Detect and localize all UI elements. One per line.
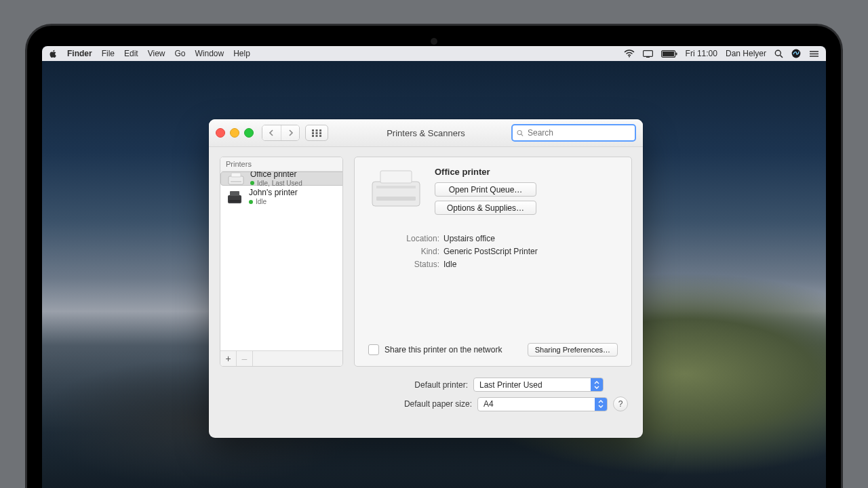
svg-rect-19 [316,135,318,137]
stage: Finder File Edit View Go Window Help Fri… [0,0,868,488]
default-printer-select[interactable]: Last Printer Used [473,378,604,392]
share-label: Share this printer on the network [384,345,502,354]
svg-rect-31 [376,197,416,201]
svg-rect-15 [312,132,314,134]
detail-name: Office printer [435,167,618,177]
siri-icon[interactable] [791,49,801,58]
menubar-user[interactable]: Dan Helyer [726,49,766,58]
svg-rect-1 [643,50,652,56]
share-checkbox[interactable] [368,344,379,355]
minimize-button[interactable] [230,128,239,138]
menubar-app[interactable]: Finder [67,49,92,58]
sidebar-footer: + – [220,350,342,366]
printer-name: John's printer [249,188,298,198]
svg-rect-17 [319,132,321,134]
status-label: Status: [368,260,443,269]
svg-rect-27 [230,191,239,196]
svg-rect-12 [312,129,314,131]
open-queue-button[interactable]: Open Print Queue… [435,182,536,197]
display-icon[interactable] [643,50,653,58]
zoom-button[interactable] [244,128,254,138]
battery-icon[interactable] [661,50,677,58]
svg-rect-16 [316,132,318,134]
kind-label: Kind: [368,247,443,256]
options-supplies-button[interactable]: Options & Supplies… [435,201,536,215]
search-input[interactable] [526,127,631,138]
printer-name: Office printer [250,171,302,180]
titlebar: Printers & Scanners [209,119,643,147]
menubar-clock[interactable]: Fri 11:00 [686,49,717,58]
menubar-item-go[interactable]: Go [175,49,186,58]
menubar-item-help[interactable]: Help [233,49,250,58]
svg-rect-28 [229,200,240,202]
search-field[interactable] [511,124,636,142]
menubar-item-view[interactable]: View [148,49,165,58]
search-icon [517,129,524,137]
svg-line-7 [781,55,783,58]
menubar-item-window[interactable]: Window [195,49,224,58]
wifi-icon[interactable] [624,49,635,58]
back-button[interactable] [262,125,281,140]
camera-notch [431,38,437,45]
svg-rect-14 [319,129,321,131]
spotlight-icon[interactable] [774,49,783,58]
chevron-updown-icon [591,378,603,391]
printer-status: Idle, Last Used [257,180,302,188]
printer-row[interactable]: Office printer Idle, Last Used [220,171,342,186]
svg-rect-25 [231,181,241,182]
default-paper-value: A4 [484,399,494,409]
svg-rect-5 [675,52,677,55]
default-paper-label: Default paper size: [404,399,472,409]
chevron-updown-icon [595,398,607,411]
close-button[interactable] [216,128,225,138]
add-printer-button[interactable]: + [220,351,237,366]
svg-line-22 [521,134,524,136]
menu-extras-icon[interactable] [809,50,819,58]
printer-detail: Office printer Open Print Queue… Options… [354,157,632,367]
svg-point-21 [517,130,521,134]
laptop-frame: Finder File Edit View Go Window Help Fri… [27,26,841,488]
printer-row[interactable]: John's printer Idle [220,186,342,208]
svg-rect-13 [316,129,318,131]
svg-rect-20 [319,135,321,137]
apple-menu[interactable] [49,49,58,58]
detail-info: Location:Upstairs office Kind:Generic Po… [368,234,618,269]
sidebar-header: Printers [220,157,342,171]
svg-point-6 [775,50,781,56]
kind-value: Generic PostScript Printer [443,247,538,256]
remove-printer-button[interactable]: – [237,351,253,366]
help-button[interactable]: ? [613,396,628,411]
status-value: Idle [443,260,456,269]
menubar-item-edit[interactable]: Edit [124,49,138,58]
menubar-item-file[interactable]: File [102,49,115,58]
desktop: Finder File Edit View Go Window Help Fri… [42,46,826,488]
svg-rect-32 [376,186,416,188]
svg-rect-4 [663,52,674,56]
default-printer-label: Default printer: [414,380,468,390]
svg-rect-2 [646,57,650,58]
prefs-window: Printers & Scanners Printers Office prin… [209,119,643,438]
svg-rect-26 [228,195,241,203]
printer-icon [225,189,244,205]
svg-rect-18 [312,135,314,137]
svg-rect-29 [372,182,420,206]
printer-list: Office printer Idle, Last Used John's pr… [220,171,342,350]
window-controls [216,128,254,138]
sharing-prefs-button[interactable]: Sharing Preferences… [528,343,618,357]
default-printer-value: Last Printer Used [479,380,542,390]
forward-button[interactable] [281,125,299,140]
printer-status: Idle [256,198,267,206]
svg-rect-24 [231,173,241,177]
menubar: Finder File Edit View Go Window Help Fri… [42,46,826,61]
svg-rect-23 [229,176,243,184]
printer-sidebar: Printers Office printer Idle, Last Used … [220,157,343,367]
svg-point-0 [629,56,630,58]
show-all-button[interactable] [305,125,328,141]
default-paper-select[interactable]: A4 [477,397,608,411]
location-label: Location: [368,234,443,243]
status-dot-icon [250,181,254,185]
status-dot-icon [249,200,253,204]
defaults-section: Default printer: Last Printer Used Defau… [209,373,643,426]
printer-icon [226,171,245,187]
nav-segment [262,125,300,141]
